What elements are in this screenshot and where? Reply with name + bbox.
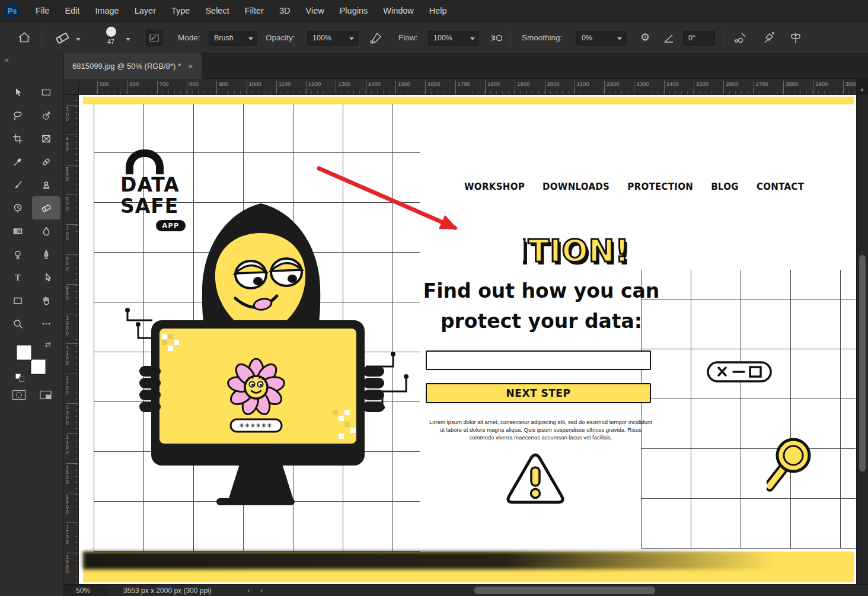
eraser-tool-preset-icon[interactable] xyxy=(55,30,70,46)
photoshop-logo[interactable]: Ps xyxy=(5,4,20,18)
nav-blog[interactable]: BLOG xyxy=(711,181,739,192)
menu-file[interactable]: File xyxy=(28,0,57,21)
next-step-button[interactable]: NEXT STEP xyxy=(426,383,651,403)
menu-type[interactable]: Type xyxy=(164,0,197,21)
close-icon[interactable]: × xyxy=(188,61,193,71)
window-controls-doodle xyxy=(706,361,773,383)
menu-image[interactable]: Image xyxy=(87,0,126,21)
menu-select[interactable]: Select xyxy=(197,0,237,21)
tablet-pressure-size-icon[interactable] xyxy=(733,31,747,45)
document-tab[interactable]: 6815099.jpg @ 50% (RGB/8*) * × xyxy=(64,53,202,79)
home-icon[interactable] xyxy=(17,30,32,45)
path-selection-tool[interactable] xyxy=(32,266,60,289)
pen-tool[interactable] xyxy=(32,243,60,266)
crop-tool[interactable] xyxy=(4,127,32,150)
quick-mask-icon[interactable] xyxy=(12,389,26,401)
toolbar: « T ⇄ xyxy=(0,53,64,596)
photoshop-window: Ps File Edit Image Layer Type Select Fil… xyxy=(0,0,868,596)
zoom-level-field[interactable]: 50% xyxy=(64,585,107,596)
chevron-down-icon[interactable] xyxy=(126,38,130,41)
menu-help[interactable]: Help xyxy=(422,0,455,21)
logo-line-1: DATA xyxy=(120,174,186,196)
brush-tool[interactable] xyxy=(4,173,32,196)
airbrush-icon[interactable] xyxy=(490,31,504,45)
mode-select[interactable]: Brush xyxy=(209,31,257,46)
eyedropper-tool[interactable] xyxy=(4,150,32,173)
smoothing-select[interactable]: 0% xyxy=(576,31,626,46)
collapse-panel-icon[interactable]: « xyxy=(5,56,9,64)
airbrush-pressure-icon[interactable] xyxy=(761,31,776,45)
flow-label: Flow: xyxy=(398,33,417,42)
brush-settings-panel-toggle[interactable] xyxy=(146,30,162,46)
edit-toolbar-icon[interactable] xyxy=(32,312,60,335)
vertical-scrollbar-thumb[interactable] xyxy=(859,255,866,471)
status-expand-chevron[interactable]: › xyxy=(247,586,250,595)
frame-tool[interactable] xyxy=(32,127,60,150)
design-nav: WORKSHOP DOWNLOADS PROTECTION BLOG CONTA… xyxy=(464,181,804,192)
chevron-down-icon xyxy=(248,37,253,40)
menu-window[interactable]: Window xyxy=(375,0,422,21)
brush-preview-circle xyxy=(106,27,116,37)
rectangular-marquee-tool[interactable] xyxy=(32,81,60,104)
warning-triangle-icon xyxy=(505,452,566,508)
hero-input-field[interactable] xyxy=(426,350,651,370)
menu-edit[interactable]: Edit xyxy=(57,0,87,21)
rectangle-tool[interactable] xyxy=(4,289,32,312)
design-top-stripe xyxy=(83,97,854,104)
padlock-shackle-icon xyxy=(126,149,164,174)
object-selection-tool[interactable] xyxy=(32,104,60,127)
hand-tool[interactable] xyxy=(32,289,60,312)
menu-view[interactable]: View xyxy=(298,0,332,21)
nav-contact[interactable]: CONTACT xyxy=(757,181,804,192)
move-tool[interactable] xyxy=(4,81,32,104)
screen-mode-icon[interactable] xyxy=(39,389,52,401)
gear-icon[interactable]: ⚙ xyxy=(640,31,650,44)
hero-heading-line1: Find out how you can xyxy=(420,276,663,306)
tablet-pressure-opacity-icon[interactable] xyxy=(369,31,383,45)
horizontal-scrollbar-thumb[interactable] xyxy=(474,587,655,594)
dodge-tool[interactable] xyxy=(4,243,32,266)
brush-size-picker[interactable]: 47 xyxy=(98,26,123,45)
opacity-select[interactable]: 100% xyxy=(307,31,358,46)
menu-filter[interactable]: Filter xyxy=(237,0,272,21)
background-color-swatch[interactable] xyxy=(31,359,46,374)
foreground-color-swatch[interactable] xyxy=(17,345,31,360)
gradient-tool[interactable] xyxy=(4,219,32,243)
flow-select[interactable]: 100% xyxy=(428,31,479,46)
healing-brush-tool[interactable] xyxy=(32,150,60,173)
type-tool[interactable]: T xyxy=(4,266,32,289)
ruler-horizontal: 5006007008009001000110012001300140015001… xyxy=(79,79,856,95)
tools-grid: T xyxy=(4,81,60,335)
menu-plugins[interactable]: Plugins xyxy=(332,0,376,21)
scroll-up-arrow[interactable]: ▲ xyxy=(860,87,864,92)
switch-colors-icon[interactable]: ⇄ xyxy=(45,340,51,349)
design-bottom-stripe xyxy=(83,552,854,582)
scroll-left-chevron[interactable]: ‹ xyxy=(260,586,263,595)
vertical-scrollbar[interactable] xyxy=(856,95,868,584)
menu-3d[interactable]: 3D xyxy=(272,0,298,21)
blur-tool[interactable] xyxy=(32,219,60,243)
default-colors-icon[interactable] xyxy=(15,374,25,382)
lasso-tool[interactable] xyxy=(4,104,32,127)
password-asterisks: ****** xyxy=(240,422,273,431)
zoom-tool[interactable] xyxy=(4,312,32,335)
chevron-down-icon xyxy=(349,37,354,40)
document-tab-title: 6815099.jpg @ 50% (RGB/8*) * xyxy=(72,62,181,71)
angle-field[interactable]: 0° xyxy=(683,31,715,46)
chevron-down-icon xyxy=(470,37,475,40)
headline-clip: ATTENTION! xyxy=(523,231,630,274)
clone-stamp-tool[interactable] xyxy=(32,173,60,196)
mode-label: Mode: xyxy=(178,33,200,42)
nav-workshop[interactable]: WORKSHOP xyxy=(464,181,525,192)
nav-downloads[interactable]: DOWNLOADS xyxy=(542,181,609,192)
password-field: ****** xyxy=(231,419,282,432)
brush-angle-icon xyxy=(663,33,675,44)
nav-protection[interactable]: PROTECTION xyxy=(627,181,693,192)
chevron-down-icon[interactable] xyxy=(76,38,81,41)
angle-value: 0° xyxy=(688,34,695,42)
eraser-tool[interactable] xyxy=(32,196,60,219)
history-brush-tool[interactable] xyxy=(4,196,32,219)
menu-layer[interactable]: Layer xyxy=(127,0,164,21)
paint-symmetry-icon[interactable] xyxy=(789,31,803,45)
canvas[interactable]: DATA SAFE APP WORKSHOP DOWNLOADS PROTECT… xyxy=(79,95,856,584)
